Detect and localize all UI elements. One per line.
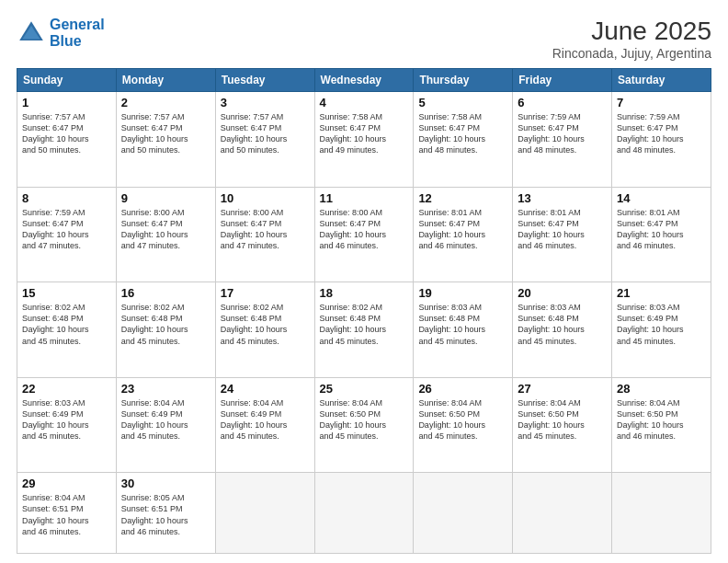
day-number: 10 [221, 191, 310, 205]
weekday-header-wednesday: Wednesday [314, 69, 414, 92]
calendar-week-1: 8Sunrise: 7:59 AM Sunset: 6:47 PM Daylig… [17, 187, 711, 282]
day-info: Sunrise: 8:04 AM Sunset: 6:50 PM Dayligh… [617, 397, 706, 442]
day-info: Sunrise: 8:03 AM Sunset: 6:49 PM Dayligh… [22, 397, 111, 442]
logo-blue: Blue [50, 33, 82, 49]
main-title: June 2025 [552, 17, 711, 46]
subtitle: Rinconada, Jujuy, Argentina [552, 46, 711, 61]
day-number: 26 [418, 382, 507, 396]
day-number: 3 [221, 96, 310, 109]
day-number: 6 [518, 96, 607, 109]
day-info: Sunrise: 7:57 AM Sunset: 6:47 PM Dayligh… [221, 111, 310, 156]
day-number: 4 [320, 96, 409, 109]
weekday-header-thursday: Thursday [414, 69, 513, 92]
day-info: Sunrise: 8:00 AM Sunset: 6:47 PM Dayligh… [221, 207, 310, 252]
calendar-cell: 20Sunrise: 8:03 AM Sunset: 6:48 PM Dayli… [513, 282, 612, 378]
calendar-cell: 16Sunrise: 8:02 AM Sunset: 6:48 PM Dayli… [116, 282, 215, 378]
day-number: 29 [22, 477, 111, 490]
calendar-cell: 23Sunrise: 8:04 AM Sunset: 6:49 PM Dayli… [116, 377, 215, 473]
logo-icon [17, 18, 46, 48]
day-number: 9 [121, 191, 210, 205]
day-number: 18 [320, 286, 409, 300]
calendar-cell: 14Sunrise: 8:01 AM Sunset: 6:47 PM Dayli… [612, 187, 711, 282]
day-number: 19 [418, 286, 507, 300]
title-block: June 2025 Rinconada, Jujuy, Argentina [552, 17, 711, 61]
day-number: 23 [121, 382, 210, 396]
weekday-header-sunday: Sunday [17, 69, 117, 92]
weekday-header-tuesday: Tuesday [215, 69, 314, 92]
day-info: Sunrise: 7:59 AM Sunset: 6:47 PM Dayligh… [518, 111, 607, 156]
calendar-cell: 22Sunrise: 8:03 AM Sunset: 6:49 PM Dayli… [17, 377, 117, 473]
day-info: Sunrise: 8:01 AM Sunset: 6:47 PM Dayligh… [617, 207, 706, 252]
calendar-cell: 8Sunrise: 7:59 AM Sunset: 6:47 PM Daylig… [17, 187, 117, 282]
day-info: Sunrise: 8:02 AM Sunset: 6:48 PM Dayligh… [22, 302, 111, 347]
calendar-cell: 3Sunrise: 7:57 AM Sunset: 6:47 PM Daylig… [215, 92, 314, 188]
day-number: 8 [22, 191, 111, 205]
weekday-header-row: SundayMondayTuesdayWednesdayThursdayFrid… [17, 69, 711, 92]
day-info: Sunrise: 8:04 AM Sunset: 6:49 PM Dayligh… [221, 397, 310, 442]
day-number: 11 [320, 191, 409, 205]
page: General Blue June 2025 Rinconada, Jujuy,… [0, 0, 728, 563]
calendar-cell: 21Sunrise: 8:03 AM Sunset: 6:49 PM Dayli… [612, 282, 711, 378]
day-number: 12 [418, 191, 507, 205]
day-info: Sunrise: 8:04 AM Sunset: 6:49 PM Dayligh… [121, 397, 210, 442]
calendar-cell: 18Sunrise: 8:02 AM Sunset: 6:48 PM Dayli… [314, 282, 414, 378]
day-info: Sunrise: 8:04 AM Sunset: 6:51 PM Dayligh… [22, 492, 111, 537]
calendar-cell: 25Sunrise: 8:04 AM Sunset: 6:50 PM Dayli… [314, 377, 414, 473]
day-info: Sunrise: 8:01 AM Sunset: 6:47 PM Dayligh… [518, 207, 607, 252]
calendar-cell: 30Sunrise: 8:05 AM Sunset: 6:51 PM Dayli… [116, 473, 215, 554]
day-number: 24 [221, 382, 310, 396]
calendar-cell: 29Sunrise: 8:04 AM Sunset: 6:51 PM Dayli… [17, 473, 117, 554]
calendar-cell: 28Sunrise: 8:04 AM Sunset: 6:50 PM Dayli… [612, 377, 711, 473]
day-number: 17 [221, 286, 310, 300]
day-info: Sunrise: 7:57 AM Sunset: 6:47 PM Dayligh… [22, 111, 111, 156]
day-info: Sunrise: 8:04 AM Sunset: 6:50 PM Dayligh… [518, 397, 607, 442]
weekday-header-monday: Monday [116, 69, 215, 92]
calendar-cell: 2Sunrise: 7:57 AM Sunset: 6:47 PM Daylig… [116, 92, 215, 188]
day-number: 22 [22, 382, 111, 396]
day-info: Sunrise: 8:03 AM Sunset: 6:48 PM Dayligh… [518, 302, 607, 347]
calendar-week-2: 15Sunrise: 8:02 AM Sunset: 6:48 PM Dayli… [17, 282, 711, 378]
calendar-cell [513, 473, 612, 554]
calendar-cell: 1Sunrise: 7:57 AM Sunset: 6:47 PM Daylig… [17, 92, 117, 188]
day-number: 14 [617, 191, 706, 205]
header: General Blue June 2025 Rinconada, Jujuy,… [17, 17, 711, 61]
day-info: Sunrise: 8:02 AM Sunset: 6:48 PM Dayligh… [221, 302, 310, 347]
day-info: Sunrise: 8:04 AM Sunset: 6:50 PM Dayligh… [418, 397, 507, 442]
day-info: Sunrise: 7:59 AM Sunset: 6:47 PM Dayligh… [22, 207, 111, 252]
calendar-cell [215, 473, 314, 554]
day-number: 1 [22, 96, 111, 109]
calendar-cell: 6Sunrise: 7:59 AM Sunset: 6:47 PM Daylig… [513, 92, 612, 188]
calendar-cell: 26Sunrise: 8:04 AM Sunset: 6:50 PM Dayli… [414, 377, 513, 473]
calendar-table: SundayMondayTuesdayWednesdayThursdayFrid… [17, 68, 711, 554]
day-info: Sunrise: 8:03 AM Sunset: 6:49 PM Dayligh… [617, 302, 706, 347]
day-info: Sunrise: 8:00 AM Sunset: 6:47 PM Dayligh… [121, 207, 210, 252]
calendar-week-3: 22Sunrise: 8:03 AM Sunset: 6:49 PM Dayli… [17, 377, 711, 473]
calendar-cell: 9Sunrise: 8:00 AM Sunset: 6:47 PM Daylig… [116, 187, 215, 282]
calendar-cell: 15Sunrise: 8:02 AM Sunset: 6:48 PM Dayli… [17, 282, 117, 378]
calendar-week-4: 29Sunrise: 8:04 AM Sunset: 6:51 PM Dayli… [17, 473, 711, 554]
calendar-cell: 17Sunrise: 8:02 AM Sunset: 6:48 PM Dayli… [215, 282, 314, 378]
day-number: 16 [121, 286, 210, 300]
day-info: Sunrise: 7:57 AM Sunset: 6:47 PM Dayligh… [121, 111, 210, 156]
day-info: Sunrise: 8:02 AM Sunset: 6:48 PM Dayligh… [121, 302, 210, 347]
calendar-cell [612, 473, 711, 554]
day-number: 28 [617, 382, 706, 396]
day-number: 7 [617, 96, 706, 109]
day-number: 30 [121, 477, 210, 490]
day-info: Sunrise: 8:01 AM Sunset: 6:47 PM Dayligh… [418, 207, 507, 252]
calendar-cell: 10Sunrise: 8:00 AM Sunset: 6:47 PM Dayli… [215, 187, 314, 282]
day-info: Sunrise: 7:59 AM Sunset: 6:47 PM Dayligh… [617, 111, 706, 156]
day-number: 5 [418, 96, 507, 109]
day-info: Sunrise: 8:02 AM Sunset: 6:48 PM Dayligh… [320, 302, 409, 347]
calendar-cell: 24Sunrise: 8:04 AM Sunset: 6:49 PM Dayli… [215, 377, 314, 473]
day-number: 27 [518, 382, 607, 396]
calendar-cell: 11Sunrise: 8:00 AM Sunset: 6:47 PM Dayli… [314, 187, 414, 282]
day-number: 2 [121, 96, 210, 109]
day-number: 20 [518, 286, 607, 300]
weekday-header-friday: Friday [513, 69, 612, 92]
calendar-cell: 13Sunrise: 8:01 AM Sunset: 6:47 PM Dayli… [513, 187, 612, 282]
day-info: Sunrise: 8:05 AM Sunset: 6:51 PM Dayligh… [121, 492, 210, 537]
calendar-cell: 5Sunrise: 7:58 AM Sunset: 6:47 PM Daylig… [414, 92, 513, 188]
calendar-cell [414, 473, 513, 554]
weekday-header-saturday: Saturday [612, 69, 711, 92]
